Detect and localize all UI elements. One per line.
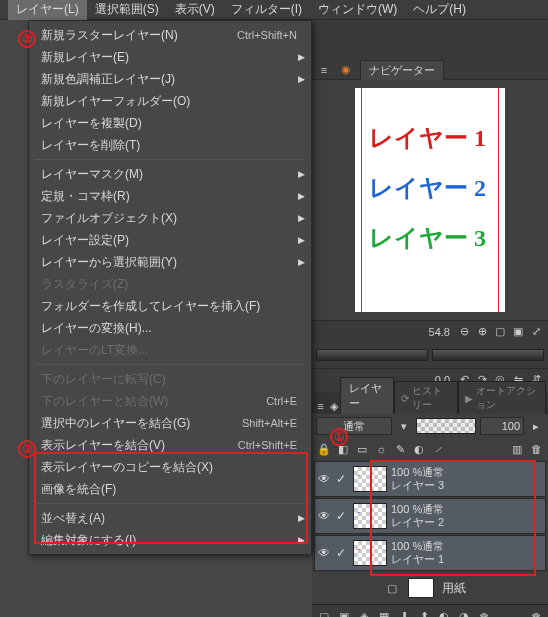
layer-row[interactable]: 👁 ✓ ~ 100 %通常レイヤー 3	[314, 461, 546, 497]
menu-merge-visible-copy[interactable]: 表示レイヤーのコピーを結合(X)	[29, 456, 311, 478]
trash-icon[interactable]: 🗑	[528, 441, 544, 457]
menu-file-object[interactable]: ファイルオブジェクト(X)▶	[29, 207, 311, 229]
menu-layer[interactable]: レイヤー(L)	[8, 0, 87, 20]
lock-alpha-icon[interactable]: ◧	[335, 441, 351, 457]
new-layer-icon[interactable]: ▢	[316, 609, 332, 618]
panel-menu-icon[interactable]: ≡	[316, 62, 332, 78]
zoom-value: 54.8	[429, 326, 450, 338]
layer-list: 👁 ✓ ~ 100 %通常レイヤー 3 👁 ✓ ~ 100 %通常レイヤー 2 …	[312, 461, 548, 604]
menu-merge-selected[interactable]: 選択中のレイヤーを結合(G)Shift+Alt+E	[29, 412, 311, 434]
actual-icon[interactable]: ▣	[510, 324, 526, 340]
delete-icon[interactable]: 🗑	[476, 609, 492, 618]
menu-delete-layer[interactable]: レイヤーを削除(T)	[29, 134, 311, 156]
lock-icon[interactable]: 🔒	[316, 441, 332, 457]
menu-window[interactable]: ウィンドウ(W)	[310, 0, 405, 20]
navigator-header: ≡ ◉ ナビゲーター	[312, 60, 548, 80]
visibility-icon[interactable]: 👁	[315, 546, 333, 560]
menu-new-correction-layer[interactable]: 新規色調補正レイヤー(J)▶	[29, 68, 311, 90]
paper-label: 用紙	[442, 580, 466, 597]
layer-panel: ≡ ◈ レイヤー ⟳ヒストリー ▶オートアクション 通常 ▾ 100 ▸ 🔒 ◧…	[312, 392, 548, 617]
stepper-icon[interactable]: ▸	[528, 418, 544, 434]
ref-icon[interactable]: ☼	[373, 441, 389, 457]
clip-icon[interactable]: ▭	[354, 441, 370, 457]
layers-icon[interactable]: ◈	[327, 398, 340, 414]
merge-icon[interactable]: ⬆	[416, 609, 432, 618]
menu-flatten-image[interactable]: 画像を統合(F)	[29, 478, 311, 500]
zoom-out-icon[interactable]: ⊖	[456, 324, 472, 340]
layer-name: レイヤー 3	[391, 479, 545, 492]
layer-row[interactable]: 👁 ✓ ~ 100 %通常レイヤー 1	[314, 535, 546, 571]
compass-icon[interactable]: ◉	[338, 62, 354, 78]
transfer-icon[interactable]: ⬇	[396, 609, 412, 618]
paper-swatch	[408, 578, 434, 598]
check-icon[interactable]: ✓	[333, 546, 349, 560]
layer-thumb: ~	[353, 466, 387, 492]
check-icon[interactable]: ✓	[333, 472, 349, 486]
menu-selection-from-layer[interactable]: レイヤーから選択範囲(Y)▶	[29, 251, 311, 273]
mask-btn-icon[interactable]: ◐	[436, 609, 452, 618]
visibility-icon[interactable]: 👁	[315, 472, 333, 486]
new-folder-icon[interactable]: ▣	[336, 609, 352, 618]
menu-new-layer[interactable]: 新規レイヤー(E)▶	[29, 46, 311, 68]
menu-separator	[35, 503, 305, 504]
new-tone-icon[interactable]: ▦	[376, 609, 392, 618]
menu-arrange[interactable]: 並べ替え(A)▶	[29, 507, 311, 529]
menu-ruler-frame[interactable]: 定規・コマ枠(R)▶	[29, 185, 311, 207]
bin-icon[interactable]: 🗑	[528, 609, 544, 618]
color-icon[interactable]: ▥	[509, 441, 525, 457]
canvas-text-1: レイヤー 1	[369, 122, 486, 154]
tab-autoaction[interactable]: ▶オートアクション	[458, 381, 546, 414]
draft-icon[interactable]: ✎	[392, 441, 408, 457]
menu-convert-layer[interactable]: レイヤーの変換(H)...	[29, 317, 311, 339]
menu-set-target[interactable]: 編集対象にする(I)▶	[29, 529, 311, 551]
navigator-tab[interactable]: ナビゲーター	[360, 60, 444, 80]
navigator-canvas[interactable]: レイヤー 1 レイヤー 2 レイヤー 3	[312, 80, 548, 320]
layer-name: レイヤー 2	[391, 516, 545, 529]
menu-create-folder-insert[interactable]: フォルダーを作成してレイヤーを挿入(F)	[29, 295, 311, 317]
canvas-text-2: レイヤー 2	[369, 172, 486, 204]
layer-toolbar: 🔒 ◧ ▭ ☼ ✎ ◐ ⟋ ▥ 🗑	[312, 438, 548, 460]
zoom-slider-2[interactable]	[432, 349, 544, 361]
menu-duplicate-layer[interactable]: レイヤーを複製(D)	[29, 112, 311, 134]
right-panels: ≡ ◉ ナビゲーター レイヤー 1 レイヤー 2 レイヤー 3 54.8 ⊖ ⊕…	[312, 20, 548, 617]
menu-selection[interactable]: 選択範囲(S)	[87, 0, 167, 20]
menu-merge-visible[interactable]: 表示レイヤーを結合(V)Ctrl+Shift+E	[29, 434, 311, 456]
ruler-icon[interactable]: ⟋	[430, 441, 446, 457]
menu-filter[interactable]: フィルター(I)	[223, 0, 310, 20]
layer-opacity-label: 100 %通常	[391, 503, 545, 516]
expand-icon[interactable]: ⤢	[528, 324, 544, 340]
layer-panel-tabs: ≡ ◈ レイヤー ⟳ヒストリー ▶オートアクション	[312, 392, 548, 414]
panel-menu-icon[interactable]: ≡	[314, 398, 327, 414]
opacity-input[interactable]: 100	[480, 417, 524, 435]
menu-separator	[35, 159, 305, 160]
mask-icon[interactable]: ◐	[411, 441, 427, 457]
check-icon[interactable]: ✓	[333, 509, 349, 523]
tab-layer[interactable]: レイヤー	[340, 377, 394, 414]
apply-mask-icon[interactable]: ◑	[456, 609, 472, 618]
menu-new-raster-layer[interactable]: 新規ラスターレイヤー(N)Ctrl+Shift+N	[29, 24, 311, 46]
zoom-slider[interactable]	[316, 349, 428, 361]
layer-row[interactable]: 👁 ✓ ~ 100 %通常レイヤー 2	[314, 498, 546, 534]
opacity-strip[interactable]	[416, 418, 476, 434]
zoom-in-icon[interactable]: ⊕	[474, 324, 490, 340]
blend-mode-select[interactable]: 通常	[316, 417, 392, 435]
paper-row[interactable]: ▢ 用紙	[312, 572, 548, 604]
menu-view[interactable]: 表示(V)	[167, 0, 223, 20]
tab-history[interactable]: ⟳ヒストリー	[394, 381, 458, 414]
visibility-icon[interactable]: 👁	[315, 509, 333, 523]
dropdown-icon[interactable]: ▾	[396, 418, 412, 434]
menu-transfer-below: 下のレイヤーに転写(C)	[29, 368, 311, 390]
menu-merge-below: 下のレイヤーと結合(W)Ctrl+E	[29, 390, 311, 412]
layer-opacity-label: 100 %通常	[391, 540, 545, 553]
blend-mode-row: 通常 ▾ 100 ▸	[312, 414, 548, 438]
canvas-text-3: レイヤー 3	[369, 222, 486, 254]
menu-layer-settings[interactable]: レイヤー設定(P)▶	[29, 229, 311, 251]
menu-layer-mask[interactable]: レイヤーマスク(M)▶	[29, 163, 311, 185]
new-vector-icon[interactable]: ◈	[356, 609, 372, 618]
menu-help[interactable]: ヘルプ(H)	[405, 0, 474, 20]
menu-new-layer-folder[interactable]: 新規レイヤーフォルダー(O)	[29, 90, 311, 112]
layer-opacity-label: 100 %通常	[391, 466, 545, 479]
menu-separator	[35, 364, 305, 365]
fit-icon[interactable]: ▢	[492, 324, 508, 340]
menubar: レイヤー(L) 選択範囲(S) 表示(V) フィルター(I) ウィンドウ(W) …	[0, 0, 548, 20]
